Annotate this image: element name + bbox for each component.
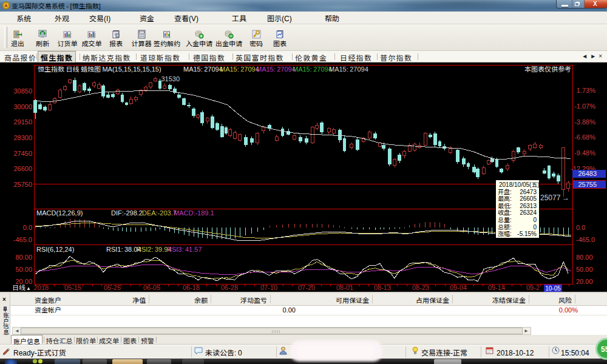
svg-text:0.0: 0.0 [23,222,32,232]
svg-text:2018: 2018 [34,282,49,292]
svg-text:MA15: 27094: MA15: 27094 [293,64,332,73]
svg-text:25755: 25755 [578,179,597,189]
svg-text:05-25: 05-25 [104,282,121,292]
svg-text:08-23: 08-23 [412,282,429,292]
svg-text:08-01: 08-01 [336,282,353,292]
svg-text:25077 →: 25077 → [540,192,569,202]
svg-text:涨幅:: 涨幅: [498,229,512,238]
svg-text:-3.88%: -3.88% [574,116,595,126]
svg-text:-5.15%: -5.15% [517,229,537,238]
svg-text:50.00: 50.00 [15,264,32,274]
svg-text:80.00: 80.00 [576,252,593,261]
svg-text:28300: 28300 [13,132,32,142]
svg-text:25750: 25750 [13,179,32,189]
svg-text:80.00: 80.00 [15,252,32,261]
svg-text:10-05: 10-05 [545,283,561,292]
svg-text:MA15: 27094: MA15: 27094 [220,64,259,73]
svg-text:▲: ▲ [26,285,31,291]
svg-text:-465.0: -465.0 [576,234,595,244]
svg-text:05-15: 05-15 [64,282,81,292]
svg-text:MACD:-189.1: MACD:-189.1 [174,207,214,217]
svg-text:MA15: 27094: MA15: 27094 [183,64,223,73]
svg-text:0.0: 0.0 [576,222,585,232]
svg-text:50.00: 50.00 [576,264,593,274]
svg-text:RSI(6,12,24): RSI(6,12,24) [36,244,74,254]
svg-text:30850: 30850 [13,86,32,95]
svg-text:30000: 30000 [13,101,32,111]
svg-text:RSI1: 38.04: RSI1: 38.04 [106,244,141,254]
svg-text:29150: 29150 [13,116,32,126]
svg-text:07-20: 07-20 [298,282,315,292]
svg-text:MA15: 27094: MA15: 27094 [256,64,296,73]
svg-text:日线: 日线 [12,282,25,292]
svg-text:1.73%: 1.73% [577,85,595,95]
svg-text:06-05: 06-05 [143,282,160,292]
svg-text:27450: 27450 [13,148,32,158]
svg-text:RSI3: 41.57: RSI3: 41.57 [167,244,202,254]
svg-text:06-18: 06-18 [183,282,200,292]
svg-text:DIF:-298.2: DIF:-298.2 [111,207,143,217]
svg-text:MA15: 27094: MA15: 27094 [329,64,368,73]
svg-text:DEA:-203.7: DEA:-203.7 [142,207,177,217]
svg-text:06-28: 06-28 [221,282,238,292]
svg-text:RSI2: 39.94: RSI2: 39.94 [137,244,172,254]
svg-text:20.00: 20.00 [576,276,593,286]
svg-text:-6.68%: -6.68% [574,132,595,141]
svg-text:26600: 26600 [13,163,32,173]
svg-text:09-14: 09-14 [488,282,505,292]
svg-text:MACD(12,26,9): MACD(12,26,9) [36,207,83,217]
svg-text:26483: 26483 [578,168,597,178]
svg-text:-9.48%: -9.48% [574,147,595,157]
svg-text:09-2: 09-2 [526,282,540,292]
svg-text:-465.0: -465.0 [13,234,32,244]
svg-text:08-13: 08-13 [374,282,391,292]
svg-text:31530: 31530 [161,73,180,83]
svg-text:本图表仅供参考: 本图表仅供参考 [524,64,571,73]
svg-text:恒生指数 日线 蜡烛图 MA(15,15,15,15,15): 恒生指数 日线 蜡烛图 MA(15,15,15,15,15) [38,64,161,73]
svg-text:07-10: 07-10 [260,282,277,292]
svg-text:09-04: 09-04 [450,282,467,292]
svg-text:-1.07%: -1.07% [574,101,595,110]
